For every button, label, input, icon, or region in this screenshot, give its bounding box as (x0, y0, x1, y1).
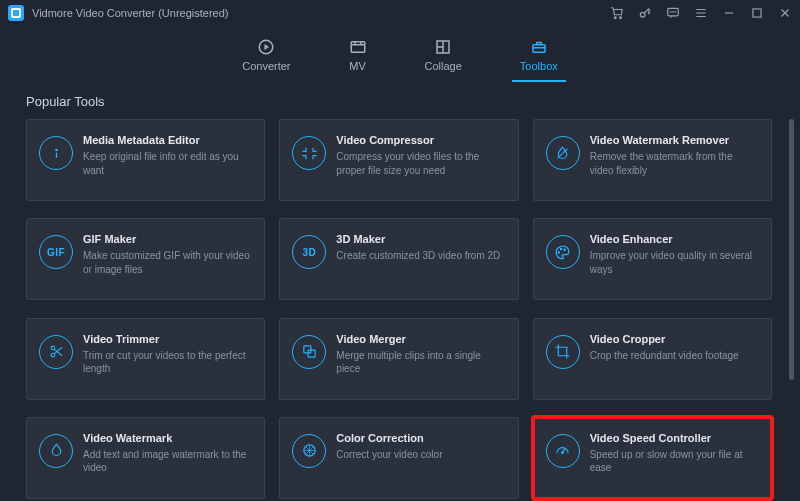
tool-desc: Create customized 3D video from 2D (336, 249, 503, 263)
section-heading: Popular Tools (0, 82, 800, 119)
tool-title: Video Watermark Remover (590, 134, 757, 146)
tool-speed-controller[interactable]: Video Speed Controller Speed up or slow … (533, 417, 772, 499)
tool-video-merger[interactable]: Video Merger Merge multiple clips into a… (279, 318, 518, 400)
tool-desc: Speed up or slow down your file at ease (590, 448, 757, 475)
feedback-icon[interactable] (666, 6, 680, 20)
svg-rect-9 (351, 42, 365, 53)
tab-label: Toolbox (520, 60, 558, 72)
svg-point-13 (558, 252, 559, 253)
info-icon (39, 136, 73, 170)
svg-point-0 (614, 17, 616, 19)
tool-desc: Merge multiple clips into a single piece (336, 349, 503, 376)
tool-desc: Correct your video color (336, 448, 503, 462)
droplet-icon (39, 434, 73, 468)
svg-point-21 (562, 452, 564, 454)
tool-title: GIF Maker (83, 233, 250, 245)
minimize-icon[interactable] (722, 6, 736, 20)
titlebar: Vidmore Video Converter (Unregistered) (0, 0, 800, 26)
tab-label: MV (349, 60, 366, 72)
tool-title: Video Cropper (590, 333, 757, 345)
svg-point-16 (51, 346, 55, 350)
svg-rect-19 (308, 350, 315, 357)
menu-icon[interactable] (694, 6, 708, 20)
window-title: Vidmore Video Converter (Unregistered) (32, 7, 228, 19)
tool-gif-maker[interactable]: GIF GIF Maker Make customized GIF with y… (26, 218, 265, 300)
svg-point-12 (55, 149, 56, 150)
tool-video-cropper[interactable]: Video Cropper Crop the redundant video f… (533, 318, 772, 400)
key-icon[interactable] (638, 6, 652, 20)
palette-icon (546, 235, 580, 269)
svg-point-6 (675, 12, 676, 13)
svg-rect-7 (753, 9, 761, 17)
main-tabs: Converter MV Collage Toolbox (0, 26, 800, 82)
merge-icon (292, 335, 326, 369)
tool-video-watermark[interactable]: Video Watermark Add text and image water… (26, 417, 265, 499)
svg-point-5 (673, 12, 674, 13)
cart-icon[interactable] (610, 6, 624, 20)
svg-point-1 (620, 17, 622, 19)
tool-title: Video Trimmer (83, 333, 250, 345)
tool-media-metadata[interactable]: Media Metadata Editor Keep original file… (26, 119, 265, 201)
droplet-slash-icon (546, 136, 580, 170)
svg-point-4 (670, 12, 671, 13)
tool-desc: Add text and image watermark to the vide… (83, 448, 250, 475)
maximize-icon[interactable] (750, 6, 764, 20)
tool-title: Video Compressor (336, 134, 503, 146)
tab-toolbox[interactable]: Toolbox (514, 38, 564, 76)
tool-video-compressor[interactable]: Video Compressor Compress your video fil… (279, 119, 518, 201)
tool-title: Color Correction (336, 432, 503, 444)
svg-point-17 (51, 353, 55, 357)
tab-mv[interactable]: MV (343, 38, 373, 76)
close-icon[interactable] (778, 6, 792, 20)
tool-desc: Compress your video files to the proper … (336, 150, 503, 177)
svg-rect-18 (304, 346, 311, 353)
tool-video-trimmer[interactable]: Video Trimmer Trim or cut your videos to… (26, 318, 265, 400)
tool-watermark-remover[interactable]: Video Watermark Remover Remove the water… (533, 119, 772, 201)
tool-title: Video Merger (336, 333, 503, 345)
svg-point-14 (561, 248, 562, 249)
tool-desc: Make customized GIF with your video or i… (83, 249, 250, 276)
tool-title: Video Watermark (83, 432, 250, 444)
svg-point-2 (640, 12, 645, 17)
svg-point-15 (564, 249, 565, 250)
tool-video-enhancer[interactable]: Video Enhancer Improve your video qualit… (533, 218, 772, 300)
tools-grid: Media Metadata Editor Keep original file… (26, 119, 786, 501)
compress-icon (292, 136, 326, 170)
speedometer-icon (546, 434, 580, 468)
color-wheel-icon (292, 434, 326, 468)
tool-desc: Crop the redundant video footage (590, 349, 757, 363)
tab-label: Collage (425, 60, 462, 72)
threed-icon: 3D (292, 235, 326, 269)
tool-title: Media Metadata Editor (83, 134, 250, 146)
tool-desc: Improve your video quality in several wa… (590, 249, 757, 276)
app-logo-icon (8, 5, 24, 21)
tool-color-correction[interactable]: Color Correction Correct your video colo… (279, 417, 518, 499)
crop-icon (546, 335, 580, 369)
tool-title: Video Enhancer (590, 233, 757, 245)
gif-icon: GIF (39, 235, 73, 269)
tool-title: 3D Maker (336, 233, 503, 245)
tool-desc: Trim or cut your videos to the perfect l… (83, 349, 250, 376)
tool-3d-maker[interactable]: 3D 3D Maker Create customized 3D video f… (279, 218, 518, 300)
tool-desc: Remove the watermark from the video flex… (590, 150, 757, 177)
tab-converter[interactable]: Converter (236, 38, 296, 76)
scissors-icon (39, 335, 73, 369)
tab-collage[interactable]: Collage (419, 38, 468, 76)
vertical-scrollbar[interactable] (789, 119, 794, 492)
tool-title: Video Speed Controller (590, 432, 757, 444)
tab-label: Converter (242, 60, 290, 72)
tool-desc: Keep original file info or edit as you w… (83, 150, 250, 177)
